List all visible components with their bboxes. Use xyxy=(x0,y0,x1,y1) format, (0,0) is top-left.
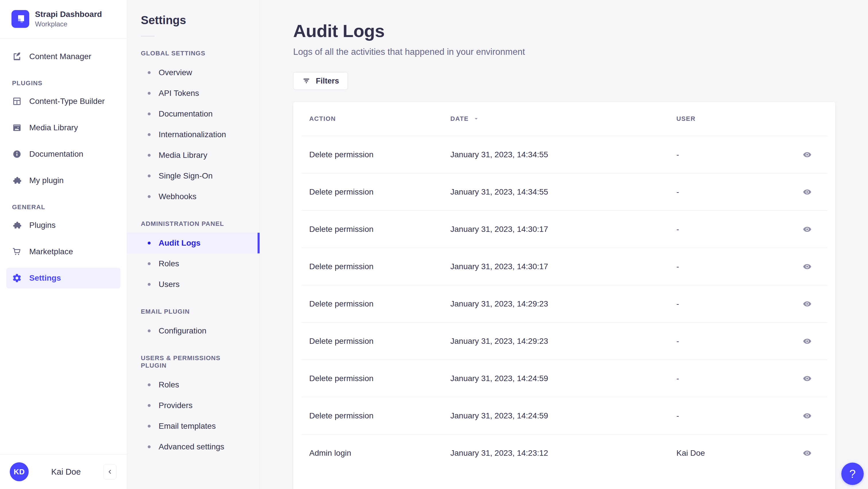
chevron-left-icon xyxy=(106,468,113,475)
table-row: Delete permissionJanuary 31, 2023, 14:24… xyxy=(301,360,827,397)
sidebar-item-label: Settings xyxy=(29,274,61,283)
sidebar-item-content-manager[interactable]: Content Manager xyxy=(6,46,121,67)
subnav-item-internationalization[interactable]: Internationalization xyxy=(127,124,259,145)
collapse-sidebar-button[interactable] xyxy=(103,464,117,480)
cell-date: January 31, 2023, 14:34:55 xyxy=(442,187,669,196)
subnav-item-api-tokens[interactable]: API Tokens xyxy=(127,83,259,103)
view-log-button[interactable] xyxy=(803,374,812,383)
bullet-icon xyxy=(148,262,151,265)
sidebar-item-my-plugin[interactable]: My plugin xyxy=(6,170,121,191)
subnav-item-email-templates[interactable]: Email templates xyxy=(127,416,259,436)
workspace-title: Strapi Dashboard xyxy=(35,10,102,19)
cell-date: January 31, 2023, 14:34:55 xyxy=(442,150,669,159)
table-row: Delete permissionJanuary 31, 2023, 14:30… xyxy=(301,248,827,285)
subnav-item-advanced-settings[interactable]: Advanced settings xyxy=(127,436,259,457)
sidebar-item-plugins[interactable]: Plugins xyxy=(6,215,121,236)
eye-icon xyxy=(803,411,812,420)
bullet-icon xyxy=(148,113,151,115)
eye-icon xyxy=(803,150,812,159)
subnav-item-users[interactable]: Users xyxy=(127,274,259,295)
cell-date: January 31, 2023, 14:30:17 xyxy=(442,225,669,234)
cell-action: Delete permission xyxy=(301,337,442,346)
cell-user: - xyxy=(669,187,787,196)
subnav-item-providers[interactable]: Providers xyxy=(127,395,259,416)
table-row: Delete permissionJanuary 31, 2023, 14:34… xyxy=(301,173,827,210)
user-name: Kai Doe xyxy=(34,467,98,477)
table-header-row: ACTION DATE USER xyxy=(301,102,827,136)
view-log-button[interactable] xyxy=(803,299,812,308)
caret-down-icon[interactable] xyxy=(473,116,479,122)
settings-subnav: Settings GLOBAL SETTINGSOverviewAPI Toke… xyxy=(127,0,260,489)
main-nav-items: Content ManagerPLUGINSContent-Type Build… xyxy=(0,39,127,454)
picture-icon xyxy=(12,123,22,132)
sidebar-item-documentation[interactable]: Documentation xyxy=(6,144,121,164)
subnav-item-label: Roles xyxy=(159,380,179,390)
subnav-groups: GLOBAL SETTINGSOverviewAPI TokensDocumen… xyxy=(127,50,259,457)
subnav-item-documentation[interactable]: Documentation xyxy=(127,103,259,124)
eye-icon xyxy=(803,262,812,271)
bullet-icon xyxy=(148,242,151,245)
view-log-button[interactable] xyxy=(803,262,812,271)
view-log-button[interactable] xyxy=(803,150,812,159)
cell-user: - xyxy=(669,262,787,271)
avatar[interactable]: KD xyxy=(10,462,29,481)
subnav-item-configuration[interactable]: Configuration xyxy=(127,320,259,341)
bullet-icon xyxy=(148,425,151,428)
workspace-brand[interactable]: Strapi Dashboard Workplace xyxy=(0,0,127,39)
sidebar-item-settings[interactable]: Settings xyxy=(6,268,121,288)
sidebar-item-content-type-builder[interactable]: Content-Type Builder xyxy=(6,91,121,112)
subnav-item-label: Overview xyxy=(159,68,192,77)
strapi-logo-icon xyxy=(11,10,29,28)
sidebar-item-label: My plugin xyxy=(29,176,64,185)
subnav-item-roles[interactable]: Roles xyxy=(127,374,259,395)
subnav-item-label: Users xyxy=(159,280,180,289)
filters-button[interactable]: Filters xyxy=(293,72,348,90)
cell-date: January 31, 2023, 14:30:17 xyxy=(442,262,669,271)
subnav-item-media-library[interactable]: Media Library xyxy=(127,145,259,165)
cell-user: - xyxy=(669,225,787,234)
cart-icon xyxy=(12,247,22,256)
view-log-button[interactable] xyxy=(803,411,812,420)
bullet-icon xyxy=(148,446,151,448)
subnav-item-roles[interactable]: Roles xyxy=(127,253,259,274)
eye-icon xyxy=(803,187,812,196)
grid-icon xyxy=(12,96,22,106)
subnav-item-label: API Tokens xyxy=(159,89,199,98)
bullet-icon xyxy=(148,133,151,136)
subnav-item-label: Media Library xyxy=(159,151,207,160)
table-row: Delete permissionJanuary 31, 2023, 14:34… xyxy=(301,136,827,173)
subnav-group-header-administration-panel: ADMINISTRATION PANEL xyxy=(141,220,246,227)
column-header-user: USER xyxy=(669,115,787,123)
help-button[interactable]: ? xyxy=(841,463,864,485)
sidebar-item-label: Media Library xyxy=(29,123,78,132)
view-log-button[interactable] xyxy=(803,449,812,458)
sidebar-item-label: Documentation xyxy=(29,150,83,159)
main-content: Audit Logs Logs of all the activities th… xyxy=(260,0,868,489)
view-log-button[interactable] xyxy=(803,337,812,346)
sidebar-item-media-library[interactable]: Media Library xyxy=(6,117,121,138)
subnav-item-label: Audit Logs xyxy=(159,239,200,248)
cell-action: Delete permission xyxy=(301,262,442,271)
subnav-item-label: Roles xyxy=(159,259,179,268)
column-header-date[interactable]: DATE xyxy=(442,115,669,123)
cell-user: - xyxy=(669,337,787,346)
puzzle-icon xyxy=(12,176,22,185)
subnav-item-overview[interactable]: Overview xyxy=(127,62,259,83)
bullet-icon xyxy=(148,330,151,332)
subnav-item-webhooks[interactable]: Webhooks xyxy=(127,186,259,207)
bullet-icon xyxy=(148,92,151,95)
subnav-item-label: Webhooks xyxy=(159,192,196,201)
bullet-icon xyxy=(148,154,151,157)
view-log-button[interactable] xyxy=(803,187,812,196)
eye-icon xyxy=(803,225,812,234)
subnav-item-single-sign-on[interactable]: Single Sign-On xyxy=(127,165,259,186)
cell-date: January 31, 2023, 14:29:23 xyxy=(442,299,669,308)
bullet-icon xyxy=(148,404,151,407)
subnav-item-audit-logs[interactable]: Audit Logs xyxy=(127,233,259,253)
column-header-action: ACTION xyxy=(301,115,442,123)
subnav-group-header-users-permissions-plugin: USERS & PERMISSIONS PLUGIN xyxy=(141,355,246,369)
sidebar-item-marketplace[interactable]: Marketplace xyxy=(6,241,121,262)
view-log-button[interactable] xyxy=(803,225,812,234)
filter-icon xyxy=(302,77,311,85)
cell-action: Admin login xyxy=(301,449,442,458)
